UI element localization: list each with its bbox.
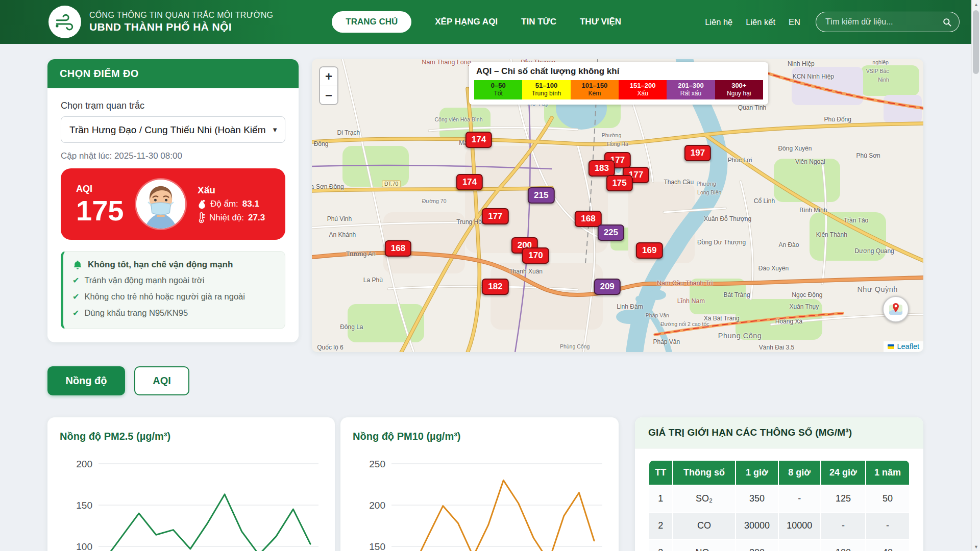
table-cell: 40 [866,540,909,551]
aqi-marker-168[interactable]: 168 [385,240,411,257]
temperature-value: 27.3 [248,213,265,223]
header-links: Liên hệLiên kếtEN [705,17,800,27]
aqi-legend-title: AQI – Chỉ số chất lượng không khí [476,66,763,77]
advisory-item-text: Không cho trẻ nhỏ hoặc người già ra ngoà… [84,292,245,302]
scrollbar-thumb[interactable] [973,10,979,74]
aqi-marker-215[interactable]: 215 [528,187,554,204]
pm10-chart-title: Nồng độ PM10 (µg/m³) [353,431,606,442]
pm25-chart: 200150100 [60,445,323,551]
table-cell: - [821,513,865,539]
site-title: UBND THÀNH PHỐ HÀ NỘI [89,21,273,33]
nav-item-3[interactable]: TIN TỨC [521,17,556,27]
table-cell: 50 [866,486,909,512]
table-cell: - [866,513,909,539]
table-cell: 100 [821,540,865,551]
check-icon: ✔ [72,308,79,319]
aqi-marker-168[interactable]: 168 [575,211,601,227]
map-pin-icon [888,302,903,317]
legend-band-1: 0–50Tốt [474,80,522,99]
svg-text:150: 150 [76,500,92,511]
map-zoom-control: + − [319,66,338,105]
table-cell: CO [673,513,736,539]
aqi-marker-177[interactable]: 177 [482,208,508,224]
table-cell: 10000 [779,513,820,539]
pm25-chart-title: Nồng độ PM2.5 (µg/m³) [60,431,323,442]
aqi-category: Xấu [198,185,265,196]
aqi-marker-225[interactable]: 225 [598,224,624,241]
legend-band-6: 300+Nguy hại [715,80,763,99]
table-header-cell: 24 giờ [821,461,865,485]
aqi-value: 175 [76,196,127,225]
svg-text:200: 200 [76,459,92,469]
nav-item-4[interactable]: THƯ VIỆN [580,17,621,27]
limits-table-title: GIÁ TRỊ GIỚI HẠN CÁC THÔNG SỐ (MG/M³) [635,417,923,448]
nav-item-2[interactable]: XẾP HẠNG AQI [435,17,498,27]
header-link-1[interactable]: Liên hệ [705,17,732,27]
table-cell: 125 [821,486,865,512]
aqi-map[interactable]: Nam Thang LongPhu ThuongNinh HiệpnghiệpV… [312,59,923,352]
aqi-marker-170[interactable]: 170 [522,247,549,264]
humidity-value: 83.1 [242,199,259,209]
locate-control[interactable] [883,296,909,322]
svg-text:250: 250 [369,459,385,469]
check-icon: ✔ [72,276,79,286]
table-cell: 3 [649,540,672,551]
scrollbar-up-arrow[interactable]: ▲ [972,0,980,9]
pm10-chart-card: Nồng độ PM10 (µg/m³) 250200150 [340,417,619,551]
leaflet-link[interactable]: Leaflet [897,342,919,350]
aqi-legend: AQI – Chỉ số chất lượng không khí 0–50Tố… [469,62,768,105]
aqi-marker-209[interactable]: 209 [594,279,620,295]
aqi-marker-175[interactable]: 175 [606,175,632,191]
advisory-items: ✔Tránh vận động mạnh ngoài trời✔Không ch… [72,276,276,318]
search-input[interactable] [825,17,942,27]
map-attribution: Leaflet [884,341,923,352]
pm10-chart: 250200150 [353,445,606,551]
legend-band-3: 101–150Kém [571,80,619,99]
legend-band-4: 151–200Xấu [619,80,667,99]
table-cell: 30000 [736,513,777,539]
advisory-item-2: ✔Không cho trẻ nhỏ hoặc người già ra ngo… [72,292,276,303]
header-link-3[interactable]: EN [789,17,800,27]
legend-band-5: 201–300Rất xấu [667,80,715,99]
limits-table-body: 1SO₂350-125502CO3000010000--3NO₂200-1004… [649,486,909,551]
table-cell: NO₂ [673,540,736,551]
tab-concentration[interactable]: Nồng độ [47,366,125,395]
main-nav: TRANG CHỦXẾP HẠNG AQITIN TỨCTHƯ VIỆN [332,11,621,33]
check-icon: ✔ [72,292,79,303]
humidity-label: Độ ẩm: [210,199,238,209]
temperature-label: Nhiệt độ: [209,213,244,223]
advisory-item-text: Tránh vận động mạnh ngoài trời [84,276,204,285]
header-right: Liên hệLiên kếtEN [705,12,960,32]
header-link-2[interactable]: Liên kết [746,17,775,27]
ukraine-flag-icon [888,344,894,349]
tab-aqi[interactable]: AQI [134,366,189,395]
station-select[interactable]: Trần Hưng Đạo / Cung Thiếu Nhi (Hoàn Kiế… [61,116,285,143]
aqi-marker-174[interactable]: 174 [465,132,492,148]
aqi-marker-183[interactable]: 183 [589,160,615,177]
svg-text:150: 150 [369,541,385,551]
table-cell: - [779,540,820,551]
zoom-out-button[interactable]: − [320,86,337,104]
aqi-card: AQI 175 [61,168,285,240]
table-row: 2CO3000010000-- [649,513,909,539]
aqi-marker-197[interactable]: 197 [684,145,711,161]
zoom-in-button[interactable]: + [320,67,337,86]
page-scrollbar: ▲ ▼ [971,0,980,551]
wind-icon [54,11,76,33]
advisory-item-3: ✔Dùng khẩu trang N95/KN95 [72,308,276,319]
table-header-cell: 1 năm [866,461,909,485]
nav-item-1[interactable]: TRANG CHỦ [332,11,411,33]
site-subtitle: CỔNG THÔNG TIN QUAN TRẮC MÔI TRƯỜNG [89,11,273,20]
station-panel-title: CHỌN ĐIỂM ĐO [47,59,299,88]
aqi-marker-169[interactable]: 169 [636,242,663,259]
aqi-marker-182[interactable]: 182 [482,279,508,295]
aqi-label: AQI [76,184,127,194]
scrollbar-down-arrow[interactable]: ▼ [972,542,980,551]
aqi-marker-174[interactable]: 174 [456,174,483,190]
search-icon[interactable] [942,17,952,27]
brand[interactable]: CỔNG THÔNG TIN QUAN TRẮC MÔI TRƯỜNG UBND… [48,6,273,38]
station-select-label: Chọn trạm quan trắc [61,101,285,111]
pm25-chart-card: Nồng độ PM2.5 (µg/m³) 200150100 [47,417,335,551]
svg-text:200: 200 [369,500,385,511]
legend-band-2: 51–100Trung bình [522,80,570,99]
